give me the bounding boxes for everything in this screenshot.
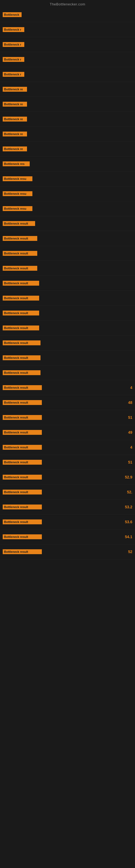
list-item: Bottleneck result bbox=[0, 276, 135, 291]
bottleneck-label: Bottleneck result bbox=[3, 281, 39, 286]
list-item: Bottleneck result bbox=[0, 350, 135, 365]
list-item: Bottleneck result53.2 bbox=[0, 500, 135, 515]
bottleneck-label: Bottleneck r bbox=[3, 57, 24, 62]
bottleneck-label: Bottleneck r bbox=[3, 27, 24, 32]
list-item: Bottleneck re bbox=[0, 142, 135, 156]
bottleneck-label: Bottleneck result bbox=[3, 475, 42, 479]
bottleneck-label: Bottleneck res bbox=[3, 161, 30, 166]
bottleneck-label: Bottleneck result bbox=[3, 445, 42, 450]
bottleneck-value: 52. bbox=[125, 490, 132, 494]
list-item: Bottleneck result bbox=[0, 365, 135, 380]
bottleneck-label: Bottleneck result bbox=[3, 311, 39, 315]
list-item: Bottleneck re bbox=[0, 82, 135, 97]
list-item: Bottleneck r bbox=[0, 22, 135, 37]
bottleneck-label: Bottleneck resu bbox=[3, 191, 32, 196]
bottleneck-label: Bottleneck result bbox=[3, 251, 37, 256]
bottleneck-label: Bottleneck result bbox=[3, 415, 42, 420]
bottleneck-label: Bottleneck result bbox=[3, 340, 41, 345]
list-item: Bottleneck resu bbox=[0, 186, 135, 201]
bottleneck-value: 52 bbox=[126, 550, 132, 554]
bottleneck-value: 54.1 bbox=[123, 535, 132, 539]
bottleneck-label: Bottleneck resu bbox=[3, 176, 32, 181]
bottleneck-value: 52.9 bbox=[123, 475, 132, 479]
list-item: Bottleneck result4 bbox=[0, 440, 135, 455]
bottleneck-label: Bottleneck result bbox=[3, 490, 42, 495]
bottleneck-label: Bottleneck result bbox=[3, 221, 35, 226]
list-item: Bottleneck result51 bbox=[0, 455, 135, 470]
bottleneck-label: Bottleneck r bbox=[3, 72, 24, 77]
bottleneck-value: 53.2 bbox=[123, 505, 132, 509]
list-item: Bottleneck result52.9 bbox=[0, 470, 135, 485]
list-item: Bottleneck result48 bbox=[0, 395, 135, 410]
bottleneck-label: Bottleneck result bbox=[3, 266, 37, 271]
bottleneck-label: Bottleneck resu bbox=[3, 206, 32, 211]
bottleneck-value: 51 bbox=[126, 415, 132, 420]
bottleneck-label: Bottleneck result bbox=[3, 520, 42, 524]
list-item: Bottleneck result52 bbox=[0, 545, 135, 559]
bottleneck-label: Bottleneck re bbox=[3, 147, 27, 151]
list-item: Bottleneck re bbox=[0, 127, 135, 142]
list-item: Bottleneck result51 bbox=[0, 410, 135, 425]
bottleneck-label: Bottleneck result bbox=[3, 385, 42, 390]
bottleneck-label: Bottleneck result bbox=[3, 355, 41, 360]
list-item: Bottleneck result52. bbox=[0, 485, 135, 500]
bottleneck-label: Bottleneck result bbox=[3, 400, 42, 405]
list-item: Bottleneck result bbox=[0, 291, 135, 306]
bottleneck-value: 49 bbox=[126, 430, 132, 435]
list-item: Bottleneck result53.6 bbox=[0, 515, 135, 529]
site-title: TheBottlenecker.com bbox=[0, 0, 135, 7]
bottleneck-label: Bottleneck result bbox=[3, 370, 41, 375]
bottleneck-label: Bottleneck result bbox=[3, 460, 42, 465]
list-item: Bottleneck bbox=[0, 7, 135, 22]
bottleneck-label: Bottleneck re bbox=[3, 87, 27, 92]
bottleneck-label: Bottleneck re bbox=[3, 102, 27, 106]
bottleneck-label: Bottleneck result bbox=[3, 236, 37, 241]
list-item: Bottleneck result54.1 bbox=[0, 529, 135, 545]
list-item: Bottleneck r bbox=[0, 52, 135, 67]
list-item: Bottleneck result bbox=[0, 306, 135, 321]
bottleneck-label: Bottleneck result bbox=[3, 430, 42, 435]
bottleneck-label: Bottleneck r bbox=[3, 42, 24, 47]
list-item: Bottleneck re bbox=[0, 112, 135, 127]
list-item: Bottleneck result4 bbox=[0, 380, 135, 395]
list-item: Bottleneck resu bbox=[0, 201, 135, 216]
bottleneck-value: 4 bbox=[128, 445, 132, 450]
list-item: Bottleneck result bbox=[0, 261, 135, 276]
bottleneck-value: 4 bbox=[128, 385, 132, 390]
list-item: Bottleneck resu bbox=[0, 172, 135, 186]
bottleneck-label: Bottleneck result bbox=[3, 534, 42, 539]
list-item: Bottleneck result bbox=[0, 216, 135, 231]
bottleneck-label: Bottleneck result bbox=[3, 296, 39, 301]
bottleneck-value: 53.6 bbox=[123, 520, 132, 524]
bottleneck-label: Bottleneck re bbox=[3, 131, 27, 136]
list-item: Bottleneck result bbox=[0, 336, 135, 350]
list-item: Bottleneck result bbox=[0, 246, 135, 261]
list-item: Bottleneck re bbox=[0, 97, 135, 112]
list-item: Bottleneck result bbox=[0, 231, 135, 246]
bottleneck-value: 48 bbox=[126, 400, 132, 405]
list-item: Bottleneck result49 bbox=[0, 425, 135, 440]
bottleneck-label: Bottleneck re bbox=[3, 117, 27, 122]
list-item: Bottleneck res bbox=[0, 156, 135, 172]
bottleneck-label: Bottleneck result bbox=[3, 504, 42, 509]
bottleneck-label: Bottleneck result bbox=[3, 326, 39, 330]
bottleneck-label: Bottleneck bbox=[3, 12, 21, 17]
list-item: Bottleneck result bbox=[0, 321, 135, 336]
bottleneck-label: Bottleneck result bbox=[3, 549, 42, 554]
bottleneck-value: 51 bbox=[126, 460, 132, 464]
list-item: Bottleneck r bbox=[0, 37, 135, 52]
list-item: Bottleneck r bbox=[0, 67, 135, 82]
